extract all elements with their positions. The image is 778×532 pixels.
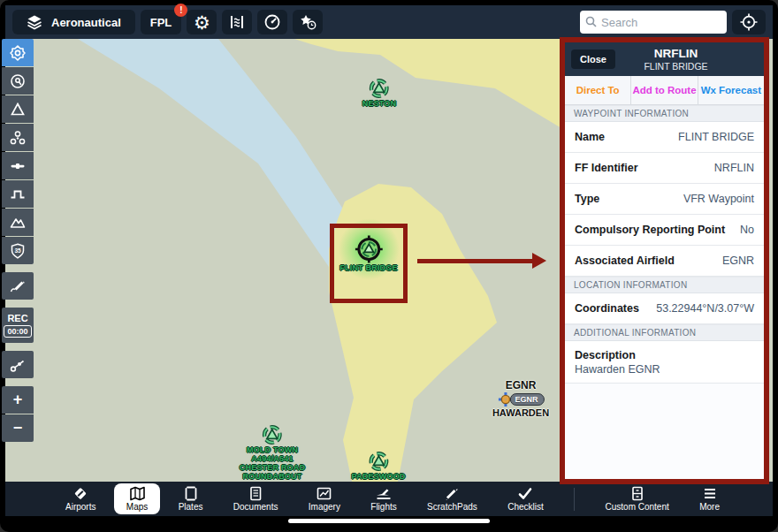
search-box[interactable]	[580, 11, 727, 34]
map-gear-icon	[9, 44, 27, 62]
map-layers-button[interactable]: Aeronautical	[12, 10, 135, 34]
tab-flights[interactable]: Flights	[370, 486, 396, 512]
close-button[interactable]: Close	[571, 49, 615, 69]
radar-tool[interactable]	[2, 67, 34, 95]
tab-imagery[interactable]: Imagery	[309, 486, 340, 512]
zoom-in-button[interactable]: +	[2, 386, 34, 414]
row-description: Description Hawarden EGNR	[565, 341, 764, 384]
home-indicator[interactable]	[288, 519, 490, 523]
procedure-tool[interactable]	[2, 124, 34, 151]
tab-label: Imagery	[309, 502, 340, 512]
tab-custom-content[interactable]: Custom Content	[606, 486, 669, 512]
row-coordinates: Coordinates 53.22944°N/3.07°W	[565, 293, 764, 324]
radar-icon	[9, 72, 27, 90]
row-value: 53.22944°N/3.07°W	[656, 302, 754, 315]
waypoint-neston[interactable]: NESTON	[362, 78, 397, 108]
maps-icon	[129, 486, 146, 501]
fpl-button[interactable]: FPL !	[141, 10, 182, 34]
tab-checklist[interactable]: Checklist	[507, 486, 544, 512]
wx-forecast-button[interactable]: Wx Forecast	[698, 76, 764, 104]
vfr-waypoint-icon	[368, 451, 389, 472]
svg-text:35: 35	[14, 247, 21, 254]
pattern-icon	[9, 129, 27, 147]
tab-label: Maps	[126, 502, 148, 512]
annotations-tool[interactable]	[2, 272, 34, 300]
zoom-out-button[interactable]: −	[2, 414, 34, 442]
gear-icon: ⚙	[194, 13, 210, 32]
tab-documents[interactable]: Documents	[233, 486, 278, 512]
plus-icon: +	[13, 391, 23, 409]
direct-to-button[interactable]: Direct To	[565, 76, 630, 104]
airspace-altitude-tool[interactable]: 35	[2, 237, 34, 264]
row-value: FLINT BRIDGE	[678, 131, 754, 143]
section-header-additional-info: ADDITIONAL INFORMATION	[565, 324, 764, 341]
terrain-tool[interactable]	[2, 209, 34, 236]
tab-label: Airports	[65, 502, 95, 512]
row-label: Type	[575, 193, 599, 205]
add-to-route-button[interactable]: Add to Route	[630, 76, 697, 104]
row-compulsory-reporting: Compulsory Reporting Point No	[565, 215, 764, 246]
traffic-tool[interactable]	[2, 95, 34, 123]
map-settings-tool[interactable]	[2, 39, 34, 66]
airport-tag: EGNR	[509, 393, 544, 406]
instruments-button[interactable]	[257, 10, 287, 34]
panel-title: NRFLIN	[615, 47, 736, 61]
track-recorder[interactable]: REC 00:00	[2, 308, 34, 343]
plates-icon	[183, 486, 199, 501]
tab-plates[interactable]: Plates	[179, 486, 203, 512]
waypoint-padeswood[interactable]: PADESWOOD	[351, 451, 405, 481]
row-label: FF Identifier	[575, 162, 638, 174]
checkmark-icon	[517, 486, 533, 501]
pencil-icon	[444, 486, 460, 501]
tab-more[interactable]: More	[699, 486, 720, 512]
tab-airports[interactable]: Airports	[65, 486, 95, 512]
route-icon	[9, 356, 27, 374]
vfr-waypoint-icon	[369, 78, 390, 99]
settings-button[interactable]: ⚙	[187, 10, 217, 34]
row-value: No	[740, 224, 754, 236]
route-tool[interactable]	[2, 351, 34, 378]
tab-label: Flights	[370, 502, 396, 512]
cabinet-icon	[629, 486, 645, 501]
waypoint-label: PADESWOOD	[351, 472, 405, 481]
tab-maps[interactable]: Maps	[114, 483, 160, 514]
waypoint-mold-town[interactable]: MOLD TOWN A494/A541 CHESTER ROAD ROUNDAB…	[240, 424, 305, 481]
favorites-recents-button[interactable]	[293, 10, 323, 34]
row-associated-airfield: Associated Airfield EGNR	[565, 246, 764, 277]
runway-tool[interactable]	[2, 152, 34, 179]
airport-egnr[interactable]: EGNR EGNR HAWARDEN	[492, 379, 549, 418]
star-clock-icon	[298, 13, 317, 31]
fpl-alert-badge: !	[174, 4, 187, 17]
triangle-icon	[9, 101, 27, 118]
bottom-tab-bar: Airports Maps Plates Documents	[5, 482, 773, 516]
waypoint-detail-panel: Close NRFLIN FLINT BRIDGE Direct To Add …	[560, 37, 769, 484]
tab-scratchpads[interactable]: ScratchPads	[427, 486, 477, 512]
altitude-filter-icon	[228, 13, 246, 31]
panel-header: Close NRFLIN FLINT BRIDGE	[565, 42, 764, 76]
mountain-icon	[9, 214, 27, 232]
section-header-location-info: LOCATION INFORMATION	[565, 277, 764, 293]
row-label: Coordinates	[575, 302, 639, 315]
urban-area-north	[294, 39, 584, 141]
water-estuary	[78, 39, 352, 272]
waypoint-label: CHESTER ROAD	[240, 463, 305, 472]
profile-view-tool[interactable]	[2, 180, 34, 208]
documents-icon	[248, 486, 263, 501]
pencil-draw-icon	[9, 277, 27, 295]
row-label: Description	[575, 349, 636, 361]
row-name: Name FLINT BRIDGE	[565, 122, 764, 153]
tab-label: ScratchPads	[427, 502, 477, 512]
airport-name-label: HAWARDEN	[492, 407, 549, 418]
waypoint-label: A494/A541	[251, 454, 293, 463]
panel-action-bar: Direct To Add to Route Wx Forecast	[565, 76, 764, 105]
search-input[interactable]	[601, 16, 707, 29]
waypoint-label: MOLD TOWN	[247, 445, 298, 454]
ownship-center-button[interactable]	[732, 10, 766, 34]
rec-label: REC	[7, 313, 27, 323]
row-value: NRFLIN	[714, 162, 754, 174]
hazard-filter-button[interactable]	[222, 10, 252, 34]
row-label: Compulsory Reporting Point	[575, 224, 725, 236]
rec-timer: 00:00	[4, 325, 31, 338]
tabbar-divider	[574, 488, 575, 511]
waypoint-label: NESTON	[362, 99, 397, 108]
